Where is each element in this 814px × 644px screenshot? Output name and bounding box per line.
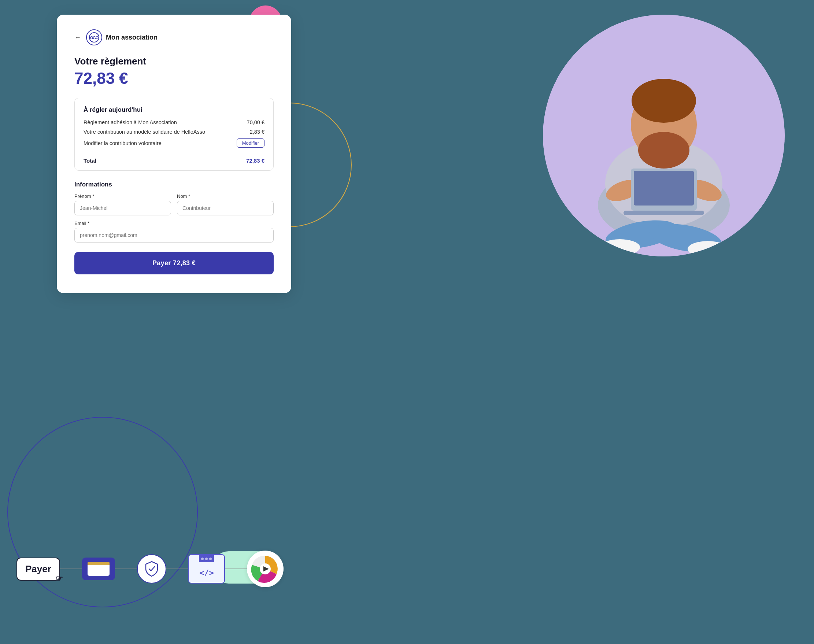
nom-label: Nom * <box>177 193 274 199</box>
connector-1 <box>60 569 82 569</box>
svg-point-10 <box>688 241 728 256</box>
summary-row-modifier: Modifier la contribution volontaire Modi… <box>84 138 265 148</box>
org-logo: OGO <box>86 29 102 45</box>
contribution-value: 2,83 € <box>250 129 265 135</box>
cursor-icon: ☞ <box>56 574 63 584</box>
bottom-icons-row: Payer ☞ </> <box>17 550 383 587</box>
prenom-label: Prénom * <box>74 193 171 199</box>
pay-button[interactable]: Payer 72,83 € <box>74 252 274 274</box>
svg-rect-12 <box>634 171 694 205</box>
modifier-label: Modifier la contribution volontaire <box>84 140 161 146</box>
connector-2 <box>115 569 137 569</box>
credit-card-icon <box>82 558 115 580</box>
play-logo-icon <box>247 550 284 587</box>
connector-3 <box>166 569 188 569</box>
nom-group: Nom * <box>177 193 274 215</box>
summary-divider <box>84 153 265 153</box>
card-header: ← OGO Mon association <box>74 29 274 45</box>
org-name: Mon association <box>106 34 158 41</box>
shield-icon-box <box>137 554 166 584</box>
connector-4 <box>225 569 247 569</box>
payer-label: Payer <box>25 563 51 575</box>
payment-card: ← OGO Mon association Votre règlement 72… <box>57 15 291 293</box>
svg-text:</>: </> <box>199 568 214 577</box>
summary-title: À régler aujourd'hui <box>84 106 265 113</box>
svg-point-4 <box>638 132 690 169</box>
email-group: Email * <box>74 221 274 242</box>
svg-text:OGO: OGO <box>90 35 99 40</box>
adhesion-label: Règlement adhésion à Mon Association <box>84 120 177 125</box>
contribution-label: Votre contribution au modèle solidaire d… <box>84 129 205 135</box>
person-image <box>543 15 785 256</box>
svg-point-3 <box>632 79 696 123</box>
email-row: Email * <box>74 221 274 242</box>
back-button[interactable]: ← <box>74 34 81 41</box>
prenom-input[interactable] <box>74 201 171 215</box>
total-amount-display: 72,83 € <box>74 69 274 87</box>
payer-icon-box: Payer ☞ <box>17 558 60 581</box>
summary-box: À régler aujourd'hui Règlement adhésion … <box>74 98 274 171</box>
email-input[interactable] <box>74 228 274 242</box>
summary-row-contribution: Votre contribution au modèle solidaire d… <box>84 129 265 135</box>
total-label: Total <box>84 158 97 164</box>
svg-point-9 <box>600 239 640 255</box>
informations-title: Informations <box>74 181 274 188</box>
email-label: Email * <box>74 221 274 226</box>
total-row: Total 72,83 € <box>84 158 265 164</box>
svg-rect-13 <box>624 211 704 215</box>
adhesion-value: 70,00 € <box>247 120 265 125</box>
page-title: Votre règlement <box>74 56 274 67</box>
summary-row-adhesion: Règlement adhésion à Mon Association 70,… <box>84 120 265 125</box>
code-window-icon: </> <box>188 554 225 584</box>
prenom-group: Prénom * <box>74 193 171 215</box>
modifier-button[interactable]: Modifier <box>237 138 265 148</box>
name-row: Prénom * Nom * <box>74 193 274 215</box>
total-value: 72,83 € <box>246 158 265 164</box>
nom-input[interactable] <box>177 201 274 215</box>
